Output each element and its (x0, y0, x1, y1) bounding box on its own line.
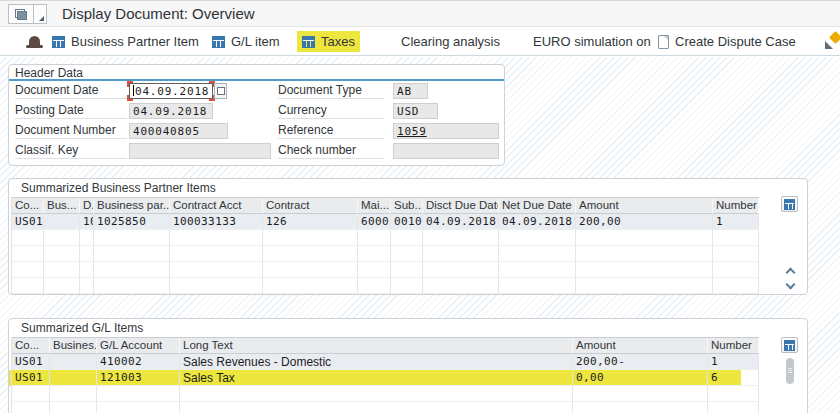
window-menu-icon-segment[interactable] (8, 4, 34, 24)
column-header[interactable]: Number (713, 198, 759, 214)
table-cell[interactable] (44, 214, 80, 230)
create-dispute-case-button[interactable]: Create Dispute Case (653, 28, 801, 55)
input-field-classif-key[interactable] (129, 143, 271, 159)
table-cell[interactable] (423, 278, 499, 294)
input-field-document-number[interactable]: 400040805 (129, 123, 228, 139)
table-cell[interactable] (263, 278, 358, 294)
table-cell[interactable] (499, 262, 576, 278)
table-cell[interactable] (12, 262, 44, 278)
input-field-posting-date[interactable]: 04.09.2018 (129, 103, 213, 119)
table-cell[interactable] (713, 230, 759, 246)
table-cell[interactable] (94, 278, 170, 294)
table-cell[interactable] (391, 278, 423, 294)
datepicker-button[interactable] (214, 83, 227, 99)
table-cell[interactable] (391, 262, 423, 278)
column-header[interactable]: Bus... (44, 198, 80, 214)
table-cell[interactable] (713, 246, 759, 262)
window-menu-dropdown[interactable] (34, 4, 47, 24)
column-header[interactable]: Business par... (94, 198, 170, 214)
column-header[interactable]: Contract Acct (170, 198, 263, 214)
input-field-reference[interactable]: 1059 (393, 123, 499, 139)
table-cell[interactable] (170, 246, 263, 262)
column-header[interactable]: Number (708, 338, 759, 354)
table-cell[interactable] (80, 278, 94, 294)
table-cell[interactable]: 1 (713, 214, 759, 230)
table-cell[interactable] (94, 262, 170, 278)
table-cell[interactable] (12, 386, 50, 402)
column-header[interactable]: Mai... (358, 198, 391, 214)
taxes-button[interactable]: Taxes (297, 31, 360, 52)
table-cell[interactable] (573, 402, 708, 413)
column-header[interactable]: Busines... (50, 338, 97, 354)
services-icon[interactable] (824, 33, 840, 50)
column-header[interactable]: D.. (80, 198, 94, 214)
table-cell[interactable]: 0,00 (573, 370, 708, 386)
table-cell[interactable]: 04.09.2018 (423, 214, 499, 230)
business-partner-item-button[interactable]: Business Partner Item (47, 28, 204, 55)
table-cell[interactable] (12, 278, 44, 294)
scroll-up-icon[interactable] (786, 268, 796, 278)
scrollbar-thumb[interactable] (786, 358, 794, 384)
table-cell[interactable] (50, 402, 97, 413)
table-cell[interactable]: 1 (708, 354, 759, 370)
table-cell[interactable]: 200,00 (576, 214, 713, 230)
table-cell[interactable] (97, 402, 180, 413)
input-field-check-number[interactable] (393, 143, 499, 159)
table-cell[interactable] (44, 262, 80, 278)
table-cell[interactable] (180, 402, 573, 413)
table-cell[interactable] (573, 386, 708, 402)
table-cell[interactable] (50, 386, 97, 402)
table-cell[interactable] (170, 230, 263, 246)
table-cell[interactable] (423, 262, 499, 278)
table-cell[interactable]: US01 (12, 370, 50, 386)
column-header[interactable]: Net Due Date (499, 198, 576, 214)
table-cell[interactable]: Sales Revenues - Domestic (180, 354, 573, 370)
column-header[interactable]: Amount (573, 338, 708, 354)
table-settings-button[interactable] (781, 196, 798, 212)
table-row[interactable] (12, 402, 759, 413)
gl-item-button[interactable]: G/L item (207, 28, 285, 55)
table-row[interactable] (12, 262, 759, 278)
table-cell[interactable]: US01 (12, 214, 44, 230)
table-cell[interactable] (576, 278, 713, 294)
table-cell[interactable] (358, 230, 391, 246)
table-cell[interactable] (94, 246, 170, 262)
table-cell[interactable]: 6000 (358, 214, 391, 230)
table-row[interactable]: US01410002Sales Revenues - Domestic200,0… (12, 354, 759, 370)
table-cell[interactable] (358, 246, 391, 262)
table-cell[interactable] (423, 246, 499, 262)
table-cell[interactable] (12, 230, 44, 246)
table-cell[interactable]: Sales Tax (180, 370, 573, 386)
table-cell[interactable] (391, 230, 423, 246)
table-cell[interactable] (50, 370, 97, 386)
table-cell[interactable] (44, 246, 80, 262)
table-cell[interactable] (263, 262, 358, 278)
table-row[interactable]: US011010258501000331331266000001004.09.2… (12, 214, 759, 230)
table-cell[interactable] (80, 246, 94, 262)
table-row[interactable] (12, 386, 759, 402)
table-cell[interactable] (12, 402, 50, 413)
table-cell[interactable] (358, 278, 391, 294)
clearing-analysis-button[interactable]: Clearing analysis (396, 28, 505, 55)
column-header[interactable]: Amount (576, 198, 713, 214)
table-cell[interactable] (576, 246, 713, 262)
table-cell[interactable] (358, 262, 391, 278)
table-cell[interactable] (576, 262, 713, 278)
table-settings-button[interactable] (781, 337, 798, 353)
column-header[interactable]: Contract (263, 198, 358, 214)
table-cell[interactable] (44, 230, 80, 246)
table-cell[interactable] (713, 278, 759, 294)
input-field-currency[interactable]: USD (393, 103, 438, 119)
table-cell[interactable] (708, 386, 759, 402)
table-cell[interactable] (180, 386, 573, 402)
table-cell[interactable] (713, 262, 759, 278)
column-header[interactable]: Co... (12, 338, 50, 354)
table-cell[interactable] (499, 278, 576, 294)
table-cell[interactable]: 10 (80, 214, 94, 230)
table-cell[interactable]: 200,00- (573, 354, 708, 370)
table-cell[interactable] (170, 262, 263, 278)
table-cell[interactable] (263, 246, 358, 262)
table-row[interactable] (12, 246, 759, 262)
table-cell[interactable] (50, 354, 97, 370)
table-cell[interactable] (263, 230, 358, 246)
